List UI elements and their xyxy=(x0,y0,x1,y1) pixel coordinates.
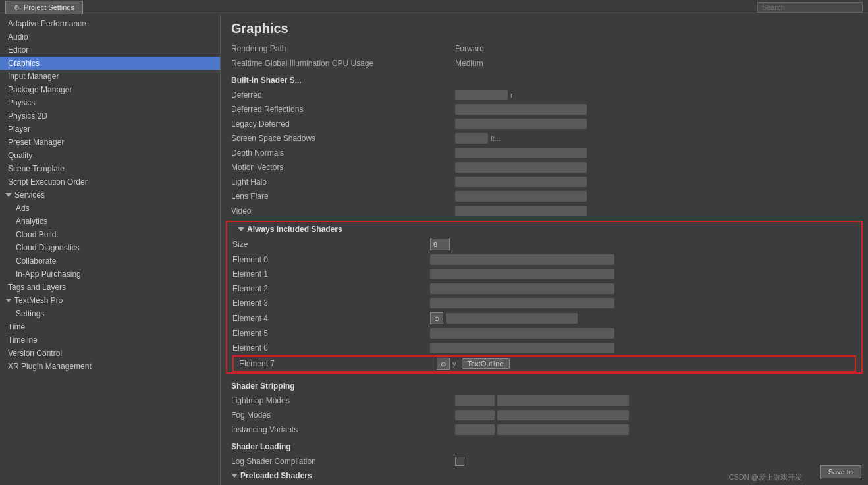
always-included-shaders-box: Always Included Shaders Size Element 0 xyxy=(226,221,863,374)
rendering-path-label: Rendering Path xyxy=(231,44,455,53)
textmesh-pro-label: TextMesh Pro xyxy=(14,296,63,305)
element-4-label: Element 4 xyxy=(232,314,430,323)
element-0-bar xyxy=(430,254,614,265)
sidebar-item-cloud-build[interactable]: Cloud Build xyxy=(0,228,220,241)
realtime-gi-label: Realtime Global Illumination CPU Usage xyxy=(231,59,455,68)
sidebar-item-adaptive-performance[interactable]: Adaptive Performance xyxy=(0,17,220,30)
sidebar-item-time[interactable]: Time xyxy=(0,320,220,333)
sidebar-item-audio[interactable]: Audio xyxy=(0,30,220,43)
sidebar-item-editor[interactable]: Editor xyxy=(0,43,220,57)
lightmap-modes-row: Lightmap Modes xyxy=(221,393,868,408)
light-halo-row: Light Halo xyxy=(221,175,868,189)
shader-stripping-header: Shader Stripping xyxy=(221,376,868,393)
always-included-size-input[interactable] xyxy=(430,239,450,250)
sidebar-item-physics-2d[interactable]: Physics 2D xyxy=(0,109,220,123)
sidebar-item-services[interactable]: Services xyxy=(0,188,220,202)
element-7-shader-btn[interactable]: ⊙ xyxy=(437,358,450,370)
lightmap-modes-bar2 xyxy=(497,395,629,406)
motion-vectors-row: Motion Vectors xyxy=(221,160,868,175)
sidebar-item-quality[interactable]: Quality xyxy=(0,149,220,162)
log-shader-compilation-checkbox[interactable] xyxy=(455,457,464,466)
element-3-value xyxy=(430,298,856,308)
services-triangle xyxy=(5,193,12,197)
sidebar-item-cloud-diagnostics[interactable]: Cloud Diagnostics xyxy=(0,241,220,254)
depth-normals-bar xyxy=(455,148,587,158)
sidebar-item-analytics[interactable]: Analytics xyxy=(0,215,220,228)
light-halo-label: Light Halo xyxy=(231,177,455,186)
always-included-triangle xyxy=(238,227,244,231)
realtime-gi-value: Medium xyxy=(455,59,483,68)
video-bar xyxy=(455,206,587,216)
element-4-value: ⊙ xyxy=(430,312,856,324)
sidebar-item-timeline[interactable]: Timeline xyxy=(0,333,220,347)
sidebar-item-input-manager[interactable]: Input Manager xyxy=(0,70,220,83)
top-search-area xyxy=(757,2,863,13)
screen-space-shadows-label: Screen Space Shadows xyxy=(231,134,455,143)
sidebar-item-textmesh-pro[interactable]: TextMesh Pro xyxy=(0,294,220,307)
element-1-bar xyxy=(430,269,614,279)
title-bar: ⚙ Project Settings xyxy=(0,0,868,14)
sidebar-item-in-app-purchasing[interactable]: In-App Purchasing xyxy=(0,268,220,281)
element-5-label: Element 5 xyxy=(232,329,430,338)
built-in-shader-header: Built-in Shader S... xyxy=(221,71,868,88)
motion-vectors-label: Motion Vectors xyxy=(231,163,455,172)
search-input[interactable] xyxy=(757,2,863,13)
sidebar-item-preset-manager[interactable]: Preset Manager xyxy=(0,136,220,149)
element-2-label: Element 2 xyxy=(232,284,430,293)
instancing-variants-bar2 xyxy=(497,424,629,435)
sidebar-item-graphics[interactable]: Graphics xyxy=(0,57,220,70)
element-1-row: Element 1 xyxy=(227,267,861,281)
save-button[interactable]: Save to xyxy=(820,465,861,478)
light-halo-value xyxy=(455,177,857,187)
element-4-shader-btn[interactable]: ⊙ xyxy=(430,312,443,324)
gear-icon: ⚙ xyxy=(14,4,20,11)
deferred-reflections-label: Deferred Reflections xyxy=(231,105,455,114)
sidebar-item-script-execution-order[interactable]: Script Execution Order xyxy=(0,175,220,188)
element-5-value xyxy=(430,328,856,339)
save-area: Save to xyxy=(820,465,861,478)
sidebar-item-player[interactable]: Player xyxy=(0,123,220,136)
element-3-label: Element 3 xyxy=(232,299,430,308)
deferred-bar xyxy=(455,90,508,100)
always-included-size-value xyxy=(430,239,856,250)
element-4-shader-select: ⊙ xyxy=(430,312,578,324)
instancing-variants-bar xyxy=(455,424,495,435)
depth-normals-value xyxy=(455,148,857,158)
element-4-row: Element 4 ⊙ xyxy=(227,310,861,326)
always-included-label: Always Included Shaders xyxy=(247,225,342,234)
deferred-row: Deferred r xyxy=(221,88,868,102)
sidebar: Adaptive Performance Audio Editor Graphi… xyxy=(0,14,221,485)
always-included-size-label: Size xyxy=(232,240,430,249)
sidebar-item-version-control[interactable]: Version Control xyxy=(0,347,220,360)
sidebar-item-package-manager[interactable]: Package Manager xyxy=(0,83,220,96)
screen-space-shadows-value: lt... xyxy=(455,133,857,144)
sidebar-item-xr-plugin-management[interactable]: XR Plugin Management xyxy=(0,360,220,373)
log-shader-compilation-row: Log Shader Compilation xyxy=(221,454,868,469)
log-shader-compilation-value xyxy=(455,457,857,466)
text-outline-badge: TextOutline xyxy=(462,358,510,369)
deferred-value: r xyxy=(455,90,857,100)
sidebar-item-collaborate[interactable]: Collaborate xyxy=(0,254,220,268)
always-included-header[interactable]: Always Included Shaders xyxy=(227,222,861,237)
video-value xyxy=(455,206,857,216)
sidebar-item-tags-and-layers[interactable]: Tags and Layers xyxy=(0,281,220,294)
sidebar-item-ads[interactable]: Ads xyxy=(0,202,220,215)
textmesh-pro-triangle xyxy=(5,299,12,302)
screen-space-shadows-it: lt... xyxy=(491,134,501,142)
element-6-bar xyxy=(430,343,614,353)
lightmap-modes-label: Lightmap Modes xyxy=(231,396,455,405)
project-settings-tab[interactable]: ⚙ Project Settings xyxy=(5,1,83,14)
element-2-row: Element 2 xyxy=(227,281,861,296)
lens-flare-value xyxy=(455,191,857,202)
sidebar-item-scene-template[interactable]: Scene Template xyxy=(0,162,220,175)
always-included-size-row: Size xyxy=(227,237,861,252)
shader-loading-header: Shader Loading xyxy=(221,437,868,454)
lens-flare-bar xyxy=(455,191,587,202)
sidebar-item-physics[interactable]: Physics xyxy=(0,96,220,109)
sidebar-item-settings[interactable]: Settings xyxy=(0,307,220,320)
legacy-deferred-label: Legacy Deferred xyxy=(231,119,455,128)
deferred-label: Deferred xyxy=(231,90,455,100)
instancing-variants-value xyxy=(455,424,857,435)
fog-modes-bar2 xyxy=(497,410,629,420)
preloaded-shaders-triangle xyxy=(231,474,238,478)
